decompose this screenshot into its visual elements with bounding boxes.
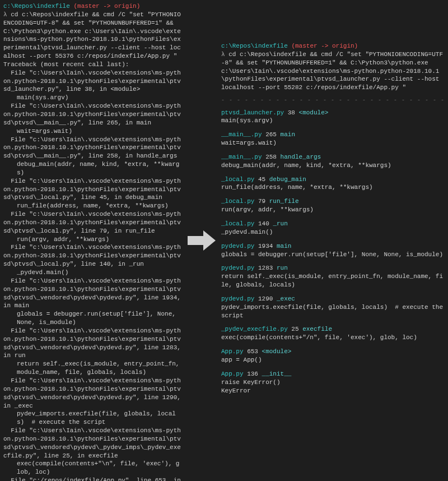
lambda-prompt: λ — [221, 51, 225, 58]
trace-file-line: File "c:\Users\Iain\.vscode\extensions\m… — [3, 102, 182, 127]
trace-file-line: File "c:\Users\Iain\.vscode\extensions\m… — [3, 136, 182, 161]
trace-code-line: globals = debugger.run(setup['file'], No… — [3, 310, 182, 327]
left-terminal[interactable]: c:\Repos\indexfile (master -> origin) λ … — [0, 0, 185, 481]
trace-code-line: debug_main(addr, name, kind, *extra, **k… — [3, 160, 182, 177]
frame-lineno: 38 — [284, 109, 298, 116]
prompt-line-right: c:\Repos\indexfile (master -> origin) — [221, 42, 445, 50]
frame-filename: __main__.py — [221, 154, 262, 160]
simplified-frame: pydevd.py 1283 runreturn self._exec(is_m… — [221, 264, 445, 289]
frame-lineno: 1934 — [254, 243, 277, 249]
frame-code: debug_main(addr, name, kind, *extra, **k… — [221, 161, 445, 170]
frame-header: ptvsd_launcher.py 38 <module> — [221, 109, 445, 117]
traceback-frames: File "c:\Users\Iain\.vscode\extensions\m… — [3, 69, 182, 481]
frame-filename: pydevd.py — [221, 243, 254, 249]
trace-code-line: main(sys.argv) — [3, 94, 182, 102]
command-line-right: λ cd c:\Repos\indexfile && cmd /C "set "… — [221, 50, 445, 92]
frame-lineno: 79 — [254, 198, 269, 205]
frame-lineno: 25 — [288, 326, 302, 332]
separator: - - - - - - - - - - - - - - - - - - - - … — [221, 96, 445, 104]
frame-code: run(argv, addr, **kwargs) — [221, 206, 445, 214]
frame-lineno: 136 — [244, 371, 262, 377]
trace-code-line: run_file(address, name, *extra, **kwargs… — [3, 202, 182, 210]
frame-lineno: 258 — [262, 154, 281, 160]
trace-file-line: File "c:\Users\Iain\.vscode\extensions\m… — [3, 327, 182, 360]
frame-filename: _local.py — [221, 176, 254, 183]
frame-lineno: 140 — [254, 220, 273, 227]
frame-code: pydev_imports.execfile(file, globals, lo… — [221, 303, 445, 320]
simplified-frame: pydevd.py 1290 _execpydev_imports.execfi… — [221, 295, 445, 320]
frame-code: _pydevd.main() — [221, 228, 445, 237]
simplified-frame: _pydev_execfile.py 25 execfileexec(compi… — [221, 325, 445, 342]
frame-filename: _local.py — [221, 220, 254, 227]
right-terminal[interactable]: c:\Repos\indexfile (master -> origin) λ … — [218, 0, 448, 481]
lambda-prompt: λ — [3, 11, 7, 18]
frame-filename: _pydev_execfile.py — [221, 326, 288, 332]
frame-header: _local.py 79 run_file — [221, 197, 445, 206]
frame-code: run_file(address, name, *extra, **kwargs… — [221, 183, 445, 192]
trace-code-line: exec(compile(contents+"\n", file, 'exec'… — [3, 460, 182, 477]
frame-code: app = App() — [221, 356, 445, 364]
trace-file-line: File "c:\Users\Iain\.vscode\extensions\m… — [3, 427, 182, 460]
command-text: cd c:\Repos\indexfile && cmd /C "set "PY… — [3, 11, 181, 59]
frame-function: run_file — [269, 198, 299, 205]
trace-code-line: wait=args.wait) — [3, 127, 182, 136]
frame-lineno: 1283 — [254, 265, 277, 271]
frame-header: pydevd.py 1934 main — [221, 242, 445, 251]
trace-code-line: return self._exec(is_module, entry_point… — [3, 360, 182, 377]
prompt-path: c:\Repos\indexfile — [3, 3, 70, 10]
frame-lineno: 45 — [254, 176, 269, 183]
trace-file-line: File "c:/repos/indexfile/App.py", line 6… — [3, 477, 182, 481]
prompt-line-left: c:\Repos\indexfile (master -> origin) — [3, 2, 182, 11]
prompt-branch: (master -> origin) — [73, 3, 140, 10]
frame-function: main — [277, 243, 291, 249]
frame-function: <module> — [262, 348, 292, 355]
frame-lineno: 1290 — [254, 295, 277, 302]
frame-code: exec(compile(contents+"/n", file, 'exec'… — [221, 334, 445, 342]
frame-filename: ptvsd_launcher.py — [221, 109, 284, 116]
frame-filename: App.py — [221, 371, 244, 377]
trace-file-line: File "c:\Users\Iain\.vscode\extensions\m… — [3, 277, 182, 310]
frame-function: main — [281, 131, 295, 138]
frame-header: App.py 653 <module> — [221, 348, 445, 356]
frame-function: <module> — [299, 109, 329, 116]
frame-header: _local.py 45 debug_main — [221, 175, 445, 184]
command-line-left: λ cd c:\Repos\indexfile && cmd /C "set "… — [3, 11, 182, 61]
trace-code-line: run(argv, addr, **kwargs) — [3, 235, 182, 244]
frame-header: __main__.py 265 main — [221, 131, 445, 139]
frame-filename: App.py — [221, 348, 244, 355]
command-text: cd c:\Repos\indexfile && cmd /C "set "PY… — [221, 51, 443, 91]
frame-lineno: 653 — [244, 348, 262, 355]
frame-header: _local.py 140 _run — [221, 220, 445, 228]
trace-file-line: File "c:\Users\Iain\.vscode\extensions\m… — [3, 210, 182, 235]
frame-filename: __main__.py — [221, 131, 262, 138]
terminal-compare-view: c:\Repos\indexfile (master -> origin) λ … — [0, 0, 448, 481]
simplified-frame: App.py 653 <module>app = App() — [221, 348, 445, 364]
trace-code-line: pydev_imports.execfile(file, globals, lo… — [3, 410, 182, 427]
frame-code: main(sys.argv) — [221, 117, 445, 125]
frame-filename: pydevd.py — [221, 265, 254, 271]
frame-function: handle_args — [281, 154, 321, 160]
frame-header: pydevd.py 1290 _exec — [221, 295, 445, 303]
simplified-frame: _local.py 79 run_filerun(argv, addr, **k… — [221, 197, 445, 214]
prompt-path: c:\Repos\indexfile — [221, 43, 288, 49]
trace-file-line: File "c:\Users\Iain\.vscode\extensions\m… — [3, 243, 182, 269]
simplified-frame: _local.py 45 debug_mainrun_file(address,… — [221, 175, 445, 192]
frame-header: _pydev_execfile.py 25 execfile — [221, 325, 445, 334]
frame-function: __init__ — [262, 371, 292, 377]
frame-code: wait=args.wait) — [221, 139, 445, 147]
simplified-frames: ptvsd_launcher.py 38 <module>main(sys.ar… — [221, 109, 445, 395]
frame-header: __main__.py 258 handle_args — [221, 153, 445, 161]
simplified-frame: ptvsd_launcher.py 38 <module>main(sys.ar… — [221, 109, 445, 126]
trace-file-line: File "c:\Users\Iain\.vscode\extensions\m… — [3, 177, 182, 202]
frame-function: execfile — [302, 326, 332, 332]
frame-code: globals = debugger.run(setup['file'], No… — [221, 251, 445, 259]
frame-code: raise KeyError() KeyError — [221, 378, 445, 395]
frame-header: pydevd.py 1283 run — [221, 264, 445, 272]
simplified-frame: _local.py 140 _run_pydevd.main() — [221, 220, 445, 237]
frame-code: return self._exec(is_module, entry_point… — [221, 272, 445, 289]
frame-filename: _local.py — [221, 198, 254, 205]
traceback-header: Traceback (most recent call last): — [3, 61, 182, 69]
frame-function: debug_main — [269, 176, 306, 183]
arrow-right-icon — [188, 229, 216, 252]
frame-function: _run — [273, 220, 287, 227]
